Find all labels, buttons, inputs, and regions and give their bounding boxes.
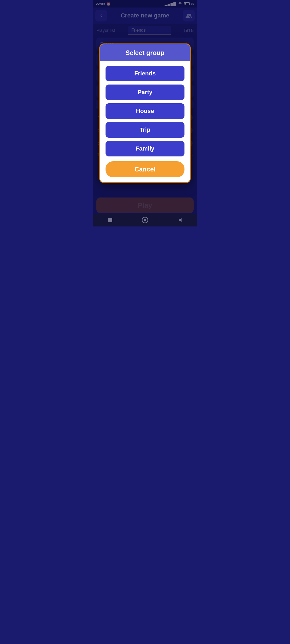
group-party-button[interactable]: Party xyxy=(106,85,184,100)
group-trip-button[interactable]: Trip xyxy=(106,122,184,138)
cancel-button[interactable]: Cancel xyxy=(106,161,184,177)
modal-title: Select group xyxy=(125,49,164,56)
modal-body: Friends Party House Trip Family Cancel xyxy=(100,61,190,182)
group-friends-button[interactable]: Friends xyxy=(106,66,184,81)
group-family-button[interactable]: Family xyxy=(106,141,184,156)
modal-overlay: Select group Friends Party House Trip Fa… xyxy=(93,0,197,226)
select-group-modal: Select group Friends Party House Trip Fa… xyxy=(99,43,191,183)
modal-header: Select group xyxy=(100,44,190,61)
group-house-button[interactable]: House xyxy=(106,103,184,119)
